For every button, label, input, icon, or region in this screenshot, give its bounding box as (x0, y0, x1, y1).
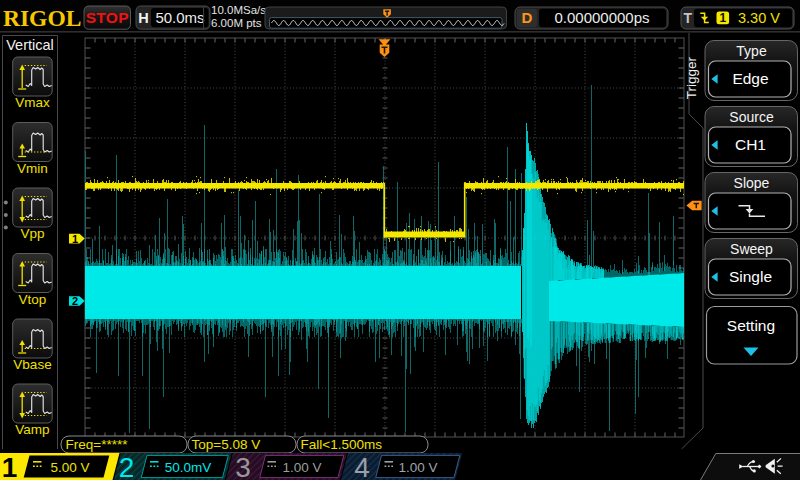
svg-text:6.00M pts: 6.00M pts (211, 17, 262, 29)
svg-text:Vtop: Vtop (19, 292, 47, 307)
svg-text:Type: Type (736, 43, 767, 59)
svg-text:5.00 V: 5.00 V (50, 460, 89, 475)
svg-text:Fall<1.500ms: Fall<1.500ms (301, 437, 383, 452)
svg-text:1: 1 (720, 11, 727, 25)
svg-text:Vmax: Vmax (15, 95, 50, 110)
svg-text:2: 2 (119, 452, 135, 480)
svg-text:Slope: Slope (734, 175, 770, 191)
svg-text:3: 3 (235, 452, 251, 480)
svg-text:Freq=*****: Freq=***** (66, 437, 129, 452)
svg-text:1: 1 (72, 233, 78, 245)
svg-text:3.30 V: 3.30 V (738, 10, 780, 26)
svg-text:Source: Source (729, 109, 774, 125)
svg-text:Vertical: Vertical (6, 37, 54, 53)
svg-text:Vbase: Vbase (13, 357, 51, 372)
svg-text:2: 2 (72, 295, 78, 307)
svg-text:Trigger: Trigger (684, 56, 699, 99)
svg-text:Top=5.08 V: Top=5.08 V (192, 437, 261, 452)
svg-text:Setting: Setting (727, 317, 775, 334)
svg-text:Vamp: Vamp (15, 422, 49, 437)
svg-text:Vmin: Vmin (17, 161, 48, 176)
svg-text:CH1: CH1 (735, 136, 766, 153)
svg-text:0.00000000ps: 0.00000000ps (554, 9, 649, 26)
svg-text:50.0ms: 50.0ms (155, 9, 204, 26)
svg-text:10.0MSa/s: 10.0MSa/s (211, 4, 266, 16)
svg-text:4: 4 (354, 452, 370, 480)
svg-text:STOP: STOP (86, 9, 129, 26)
svg-text:RIGOL: RIGOL (3, 5, 81, 31)
svg-text:1: 1 (2, 452, 18, 480)
svg-text:Single: Single (729, 268, 772, 285)
svg-text:1.00 V: 1.00 V (282, 460, 321, 475)
svg-text:Sweep: Sweep (730, 241, 773, 257)
svg-text:Edge: Edge (732, 70, 768, 87)
svg-text:D: D (522, 9, 533, 26)
svg-text:50.0mV: 50.0mV (165, 460, 212, 475)
svg-text:T: T (683, 10, 692, 26)
svg-text:Vpp: Vpp (20, 226, 44, 241)
svg-text:1.00 V: 1.00 V (398, 460, 437, 475)
svg-text:H: H (138, 10, 148, 26)
